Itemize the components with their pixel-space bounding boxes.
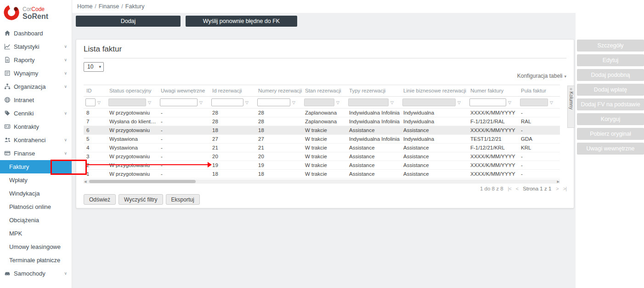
table-row-invoice-5[interactable]: 5Wystawiona-2727W trakcieIndywidualna In… bbox=[84, 135, 560, 144]
sidebar-item-statystyki[interactable]: Statystyki∨ bbox=[0, 40, 72, 53]
column-header-linie-biznesowe-rezerwacji[interactable]: Linie biznesowe rezerwacji bbox=[401, 88, 468, 93]
page-title: Lista faktur bbox=[84, 45, 122, 54]
sidebar-item-label: Organizacja bbox=[14, 83, 45, 90]
finance-icon bbox=[4, 150, 11, 156]
sidebar-item-umowy-leasingowe[interactable]: Umowy leasingowe bbox=[0, 240, 72, 253]
resend-failed-to-fk-button[interactable]: Wyślij ponownie błędne do FK bbox=[186, 16, 297, 27]
sidebar-item-raporty[interactable]: Raporty∨ bbox=[0, 53, 72, 67]
breadcrumb-item-home[interactable]: Home bbox=[77, 3, 92, 10]
dodaj-fv-na-podstawie-button[interactable]: Dodaj FV na podstawie bbox=[577, 98, 644, 110]
annotation-rectangle bbox=[51, 160, 87, 175]
sidebar-item-wpłaty[interactable]: Wpłaty bbox=[0, 173, 72, 187]
filter-select-linie-biznesowe-rezerwacji[interactable] bbox=[402, 98, 456, 106]
sidebar-item-organizacja[interactable]: Organizacja∨ bbox=[0, 80, 72, 93]
sidebar-item-kontrakty[interactable]: Kontrakty bbox=[0, 120, 72, 133]
koryguj-button[interactable]: Koryguj bbox=[577, 113, 644, 125]
sidebar-item-windykacja[interactable]: Windykacja bbox=[0, 187, 72, 200]
horizontal-scrollbar-thumb[interactable] bbox=[89, 180, 196, 183]
filter-funnel-icon[interactable]: ▽ bbox=[336, 100, 339, 105]
filter-funnel-icon[interactable]: ▽ bbox=[458, 100, 461, 105]
filter-funnel-icon[interactable]: ▽ bbox=[390, 100, 394, 105]
scroll-left-icon[interactable]: ◀ bbox=[84, 179, 86, 184]
cell-status: Wysłana do klienta, W... bbox=[107, 119, 158, 124]
column-header-pula-faktur[interactable]: Pula faktur bbox=[518, 88, 560, 93]
sidebar-item-samochody[interactable]: Samochody∨ bbox=[0, 267, 72, 280]
first-page-icon[interactable]: |< bbox=[508, 186, 511, 191]
column-header-numer-faktury[interactable]: Numer faktury bbox=[468, 88, 518, 93]
filter-input-numer-faktury[interactable] bbox=[469, 98, 506, 106]
sidebar-item-obciążenia[interactable]: Obciążenia bbox=[0, 213, 72, 227]
eksportuj-button[interactable]: Eksportuj bbox=[166, 194, 200, 205]
next-page-icon[interactable]: > bbox=[556, 186, 558, 191]
column-header-numery-rezerwacji[interactable]: Numery rezerwacji bbox=[255, 88, 302, 93]
filter-input-uwagi-wewnętrzne[interactable] bbox=[160, 98, 198, 106]
horizontal-scrollbar[interactable]: ◀ ▶ bbox=[84, 179, 560, 184]
table-body: 8W przygotowaniu-2828ZaplanowanaIndywidu… bbox=[84, 109, 567, 179]
table-row-invoice-8[interactable]: 8W przygotowaniu-2828ZaplanowanaIndywidu… bbox=[84, 109, 560, 117]
filter-funnel-icon[interactable]: ▽ bbox=[199, 100, 203, 105]
table-row-invoice-7[interactable]: 7Wysłana do klienta, W...-2828Zaplanowan… bbox=[84, 117, 560, 126]
filter-select-pula-faktur[interactable] bbox=[520, 98, 548, 106]
table-row-invoice-4[interactable]: 4Wystawiona-2121W trakcieAssistanceAssis… bbox=[84, 144, 560, 152]
column-header-id-rezerwacji[interactable]: Id rezerwacji bbox=[209, 88, 255, 93]
chevron-down-icon: ∨ bbox=[64, 147, 67, 160]
table-row-invoice-6[interactable]: 6W przygotowaniu-1818W trakcieAssistance… bbox=[84, 126, 560, 135]
filter-funnel-icon[interactable]: ▽ bbox=[508, 100, 511, 105]
table-config-link[interactable]: Konfiguracja tabeli▾ bbox=[517, 73, 566, 79]
sidebar-item-wynajmy[interactable]: Wynajmy∨ bbox=[0, 67, 72, 80]
edytuj-button[interactable]: Edytuj bbox=[577, 54, 644, 66]
cell-uwagi: - bbox=[158, 136, 209, 142]
sidebar-item-label: Płatności online bbox=[9, 203, 51, 210]
filter-funnel-icon[interactable]: ▽ bbox=[292, 100, 295, 105]
filter-select-typy-rezerwacji[interactable] bbox=[348, 98, 389, 106]
sidebar-item-kontrahenci[interactable]: Kontrahenci∨ bbox=[0, 133, 72, 147]
uwagi-wewnętrzne-button[interactable]: Uwagi wewnętrzne bbox=[577, 143, 644, 155]
odśwież-button[interactable]: Odśwież bbox=[84, 194, 116, 205]
filter-input-id[interactable] bbox=[85, 98, 96, 106]
table-row-invoice-1[interactable]: 1W przygotowaniu-1818W trakcieAssistance… bbox=[84, 170, 560, 179]
sidebar-item-mpk[interactable]: MPK bbox=[0, 227, 72, 240]
cell-pula: - bbox=[518, 162, 560, 168]
scroll-right-icon[interactable]: ▶ bbox=[557, 179, 559, 184]
table-row-invoice-2[interactable]: 2W przygotowaniu-1919W trakcieAssistance… bbox=[84, 161, 560, 170]
szczegóły-button[interactable]: Szczegóły bbox=[577, 40, 644, 52]
column-header-status-operacyjny[interactable]: Status operacyjny bbox=[107, 88, 158, 93]
sidebar-item-dashboard[interactable]: Dashboard bbox=[0, 27, 72, 40]
filter-select-status-operacyjny[interactable] bbox=[108, 98, 146, 106]
column-header-stan-rezerwacji[interactable]: Stan rezerwacji bbox=[302, 88, 346, 93]
sidebar-item-cenniki[interactable]: Cenniki∨ bbox=[0, 107, 72, 120]
app-logo[interactable]: CorCode SoRent bbox=[0, 0, 72, 27]
filter-funnel-icon[interactable]: ▽ bbox=[148, 100, 151, 105]
sidebar-item-label: Terminale płatnicze bbox=[9, 257, 60, 264]
previous-page-icon[interactable]: < bbox=[516, 186, 518, 191]
sidebar-item-finanse[interactable]: Finanse∨ bbox=[0, 147, 72, 160]
filter-funnel-icon[interactable]: ▽ bbox=[550, 100, 553, 105]
cell-id: 4 bbox=[84, 145, 107, 150]
table-row-invoice-3[interactable]: 3W przygotowaniu-2020W trakcieAssistance… bbox=[84, 152, 560, 161]
add-invoice-button[interactable]: Dodaj bbox=[76, 16, 181, 27]
column-header-typy-rezerwacji[interactable]: Typy rezerwacji bbox=[346, 88, 401, 93]
sidebar-item-terminale-płatnicze[interactable]: Terminale płatnicze bbox=[0, 253, 72, 267]
last-page-icon[interactable]: >| bbox=[563, 186, 566, 191]
dodaj-wpłatę-button[interactable]: Dodaj wpłatę bbox=[577, 84, 644, 96]
column-header-id[interactable]: ID bbox=[84, 88, 107, 93]
pobierz-oryginał-button[interactable]: Pobierz oryginał bbox=[577, 128, 644, 140]
sidebar-item-intranet[interactable]: Intranet bbox=[0, 93, 72, 107]
cell-linie: Assistance bbox=[401, 145, 468, 150]
breadcrumb-item-faktury[interactable]: Faktury bbox=[125, 3, 145, 10]
cell-typy: Assistance bbox=[346, 162, 401, 168]
sidebar-item-płatności-online[interactable]: Płatności online bbox=[0, 200, 72, 213]
breadcrumb-item-finanse[interactable]: Finanse bbox=[99, 3, 119, 10]
wyczyść-filtry-button[interactable]: Wyczyść filtry bbox=[119, 194, 163, 205]
filter-input-id-rezerwacji[interactable] bbox=[211, 98, 243, 106]
sidebar-item-label: Wpłaty bbox=[9, 177, 28, 184]
cell-stan: W trakcie bbox=[302, 162, 346, 168]
page-size-select[interactable]: 10 ▾ bbox=[84, 62, 104, 72]
filter-funnel-icon[interactable]: ▽ bbox=[245, 100, 249, 105]
column-header-uwagi-wewnętrzne[interactable]: Uwagi wewnętrzne bbox=[158, 88, 209, 93]
dodaj-podobną-button[interactable]: Dodaj podobną bbox=[577, 69, 644, 81]
columns-panel-tab[interactable]: ≡ Kolumny bbox=[567, 86, 575, 128]
filter-select-stan-rezerwacji[interactable] bbox=[304, 98, 334, 106]
filter-input-numery-rezerwacji[interactable] bbox=[257, 98, 290, 106]
filter-funnel-icon[interactable]: ▽ bbox=[97, 100, 101, 105]
